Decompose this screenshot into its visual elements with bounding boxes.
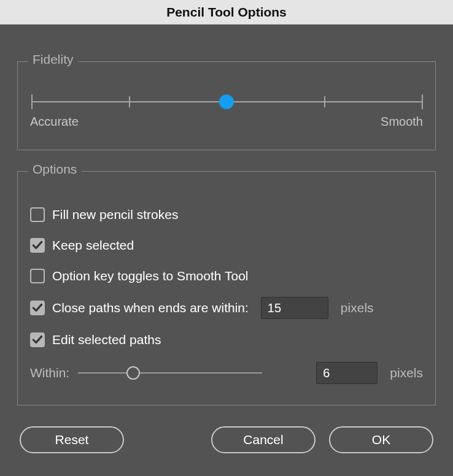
fidelity-right-label: Smooth: [381, 115, 423, 129]
button-row: Reset Cancel OK: [17, 426, 436, 453]
fidelity-thumb[interactable]: [219, 94, 234, 109]
title-text: Pencil Tool Options: [166, 5, 287, 20]
within-slider[interactable]: [78, 366, 262, 380]
close-paths-checkbox[interactable]: [30, 301, 45, 315]
keep-selected-label: Keep selected: [52, 238, 134, 253]
close-paths-row: Close paths when ends are within: pixels: [30, 297, 423, 319]
check-icon: [32, 240, 43, 251]
within-thumb[interactable]: [126, 366, 140, 380]
cancel-button[interactable]: Cancel: [211, 426, 316, 453]
edit-paths-checkbox[interactable]: [30, 332, 45, 347]
close-paths-input[interactable]: [261, 297, 328, 319]
dialog-body: Fidelity Accurate Smooth Options Fill ne…: [0, 25, 453, 466]
right-button-group: Cancel OK: [211, 426, 433, 453]
check-icon: [32, 302, 43, 313]
fill-strokes-label: Fill new pencil strokes: [52, 207, 178, 222]
keep-selected-row: Keep selected: [30, 236, 423, 255]
fidelity-slider[interactable]: [31, 93, 422, 111]
fidelity-legend: Fidelity: [28, 52, 79, 67]
close-paths-unit: pixels: [341, 301, 374, 315]
edit-paths-row: Edit selected paths: [30, 330, 423, 350]
option-smooth-label: Option key toggles to Smooth Tool: [52, 269, 248, 283]
options-legend: Options: [28, 162, 82, 177]
fidelity-labels: Accurate Smooth: [30, 115, 423, 129]
fill-strokes-row: Fill new pencil strokes: [30, 205, 423, 225]
check-icon: [32, 334, 43, 345]
slider-tick: [129, 96, 130, 107]
option-smooth-checkbox[interactable]: [30, 269, 45, 283]
dialog-title: Pencil Tool Options: [0, 0, 453, 25]
within-row: Within: pixels: [30, 362, 423, 384]
within-input[interactable]: [316, 362, 377, 384]
fill-strokes-checkbox[interactable]: [30, 207, 45, 222]
edit-paths-label: Edit selected paths: [52, 332, 161, 347]
option-smooth-row: Option key toggles to Smooth Tool: [30, 266, 423, 286]
slider-tick: [31, 94, 33, 109]
reset-button[interactable]: Reset: [20, 426, 124, 453]
fidelity-group: Fidelity Accurate Smooth: [17, 61, 436, 150]
close-paths-label: Close paths when ends are within:: [52, 301, 249, 315]
fidelity-left-label: Accurate: [30, 115, 79, 129]
keep-selected-checkbox[interactable]: [30, 238, 45, 253]
within-label: Within:: [30, 366, 69, 380]
options-group: Options Fill new pencil strokes Keep sel…: [17, 171, 436, 405]
within-track: [78, 372, 262, 374]
slider-tick: [324, 96, 325, 107]
slider-tick: [422, 94, 423, 109]
within-unit: pixels: [390, 366, 423, 380]
ok-button[interactable]: OK: [329, 426, 433, 453]
